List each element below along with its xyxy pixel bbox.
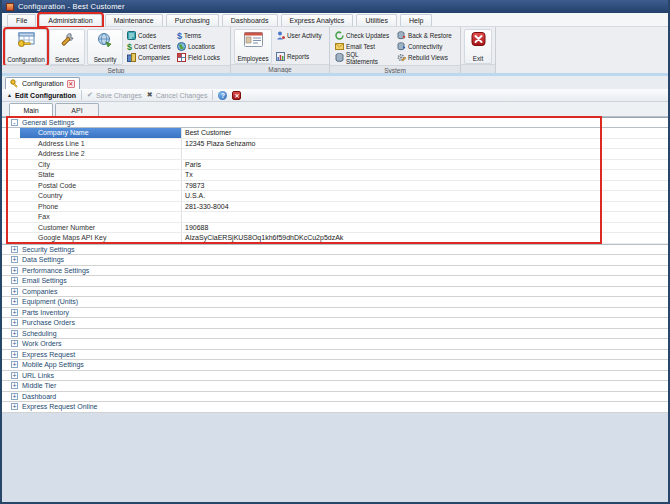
- reports-label: Reports: [287, 53, 309, 60]
- section-row-express-request-online[interactable]: +Express Request Online: [2, 402, 668, 413]
- section-row-dashboard[interactable]: +Dashboard: [2, 392, 668, 403]
- setting-row[interactable]: Phone281-330-8004: [2, 202, 668, 213]
- section-row-express-request[interactable]: +Express Request: [2, 350, 668, 361]
- setting-value[interactable]: 281-330-8004: [182, 202, 668, 212]
- collapse-icon[interactable]: -: [11, 119, 18, 126]
- section-row-companies[interactable]: +Companies: [2, 287, 668, 298]
- expand-icon[interactable]: +: [11, 288, 18, 295]
- save-changes-button[interactable]: ✔ Save Changes: [87, 91, 142, 99]
- expand-icon[interactable]: +: [11, 256, 18, 263]
- expand-icon[interactable]: +: [11, 393, 18, 400]
- setting-value[interactable]: 190688: [182, 223, 668, 233]
- configuration-document-tab[interactable]: Configuration ✕: [5, 77, 80, 89]
- setting-value[interactable]: 79873: [182, 181, 668, 191]
- menu-tab-administration[interactable]: Administration: [39, 14, 101, 26]
- section-label: Purchase Orders: [22, 319, 75, 326]
- tab-close-icon[interactable]: ✕: [67, 80, 75, 88]
- expand-icon[interactable]: +: [11, 246, 18, 253]
- setting-row[interactable]: Company NameBest Customer: [2, 128, 668, 139]
- menu-tab-express-analytics[interactable]: Express Analytics: [281, 14, 354, 26]
- section-row-url-links[interactable]: +URL Links: [2, 371, 668, 382]
- section-row-mobile-app-settings[interactable]: +Mobile App Settings: [2, 360, 668, 371]
- sql-statements-button[interactable]: SQL Statements: [333, 52, 393, 63]
- reports-button[interactable]: Reports: [274, 51, 326, 62]
- menu-tab-purchasing[interactable]: Purchasing: [166, 14, 219, 26]
- expand-icon[interactable]: +: [11, 309, 18, 316]
- connectivity-icon: [397, 42, 406, 51]
- expand-icon[interactable]: +: [11, 372, 18, 379]
- back-restore-button[interactable]: Back & Restore: [395, 30, 457, 41]
- locations-button[interactable]: Locations: [175, 41, 227, 52]
- general-settings-header[interactable]: - General Settings: [2, 117, 668, 128]
- setting-label: Phone: [20, 202, 182, 212]
- expand-icon[interactable]: +: [11, 277, 18, 284]
- setting-row[interactable]: Customer Number190688: [2, 223, 668, 234]
- help-icon[interactable]: ?: [218, 91, 227, 100]
- section-row-purchase-orders[interactable]: +Purchase Orders: [2, 318, 668, 329]
- setting-row[interactable]: Google Maps API KeyAIzaSyCiaERSjKUS8Oq1k…: [2, 233, 668, 244]
- setting-value[interactable]: U.S.A.: [182, 191, 668, 201]
- globe-icon: [97, 32, 113, 48]
- expand-icon[interactable]: +: [11, 330, 18, 337]
- expand-icon[interactable]: +: [11, 267, 18, 274]
- section-row-parts-inventory[interactable]: +Parts Inventory: [2, 308, 668, 319]
- menu-tab-dashboards[interactable]: Dashboards: [222, 14, 278, 26]
- section-row-work-orders[interactable]: +Work Orders: [2, 339, 668, 350]
- edit-configuration-button[interactable]: ▲ Edit Configuration: [7, 92, 76, 99]
- check-updates-button[interactable]: Check Updates: [333, 30, 393, 41]
- security-button[interactable]: Security: [87, 29, 123, 65]
- setting-value[interactable]: [182, 149, 668, 159]
- close-panel-icon[interactable]: ✕: [232, 91, 241, 100]
- exit-button[interactable]: Exit: [464, 29, 492, 64]
- setting-value[interactable]: Paris: [182, 160, 668, 170]
- connectivity-button[interactable]: Connectivity: [395, 41, 457, 52]
- setting-row[interactable]: CountryU.S.A.: [2, 191, 668, 202]
- tab-main[interactable]: Main: [9, 103, 53, 116]
- section-row-data-settings[interactable]: +Data Settings: [2, 255, 668, 266]
- setting-row[interactable]: Postal Code79873: [2, 181, 668, 192]
- section-label: Dashboard: [22, 393, 56, 400]
- codes-button[interactable]: Codes: [125, 30, 173, 41]
- menu-tab-maintenance[interactable]: Maintenance: [105, 14, 163, 26]
- setting-row[interactable]: CityParis: [2, 160, 668, 171]
- setting-row[interactable]: Address Line 112345 Plaza Sehzamo: [2, 139, 668, 150]
- services-label: Services: [55, 56, 79, 63]
- setting-row[interactable]: Fax: [2, 212, 668, 223]
- cost-centers-button[interactable]: $ Cost Centers: [125, 41, 173, 52]
- tab-api[interactable]: API: [55, 103, 99, 116]
- expand-icon[interactable]: +: [11, 351, 18, 358]
- expand-icon[interactable]: +: [11, 382, 18, 389]
- setting-row[interactable]: StateTx: [2, 170, 668, 181]
- section-label: Work Orders: [22, 340, 62, 347]
- expand-icon[interactable]: +: [11, 403, 18, 410]
- setting-value[interactable]: [182, 212, 668, 222]
- section-row-email-settings[interactable]: +Email Settings: [2, 276, 668, 287]
- section-row-middle-tier[interactable]: +Middle Tier: [2, 381, 668, 392]
- employees-button[interactable]: Employees: [234, 29, 272, 64]
- rebuild-views-button[interactable]: Rebuild Views: [395, 52, 457, 63]
- section-row-security-settings[interactable]: +Security Settings: [2, 245, 668, 256]
- companies-button[interactable]: Companies: [125, 52, 173, 63]
- setting-value[interactable]: Best Customer: [182, 128, 668, 138]
- menu-tab-file[interactable]: File: [7, 14, 36, 26]
- expand-icon[interactable]: +: [11, 340, 18, 347]
- section-row-performance-settings[interactable]: +Performance Settings: [2, 266, 668, 277]
- menu-tab-utilities[interactable]: Utilities: [356, 14, 397, 26]
- terms-button[interactable]: $ Terms: [175, 30, 227, 41]
- expand-icon[interactable]: +: [11, 298, 18, 305]
- expand-icon[interactable]: +: [11, 319, 18, 326]
- ribbon-group-manage: Employees User Activity Reports: [231, 27, 330, 73]
- section-row-equipment-units-[interactable]: +Equipment (Units): [2, 297, 668, 308]
- setting-row[interactable]: Address Line 2: [2, 149, 668, 160]
- setting-value[interactable]: 12345 Plaza Sehzamo: [182, 139, 668, 149]
- menu-tab-help[interactable]: Help: [400, 14, 432, 26]
- cancel-changes-button[interactable]: ✖ Cancel Changes: [147, 91, 208, 99]
- field-locks-button[interactable]: Field Locks: [175, 52, 227, 63]
- configuration-button[interactable]: Configuration: [5, 29, 47, 65]
- expand-icon[interactable]: +: [11, 361, 18, 368]
- setting-value[interactable]: Tx: [182, 170, 668, 180]
- services-button[interactable]: Services: [49, 29, 85, 65]
- user-activity-button[interactable]: User Activity: [274, 30, 326, 41]
- setting-value[interactable]: AIzaSyCiaERSjKUS8Oq1kh6f59dhDKcCu2p5dzAk: [182, 233, 668, 243]
- section-row-scheduling[interactable]: +Scheduling: [2, 329, 668, 340]
